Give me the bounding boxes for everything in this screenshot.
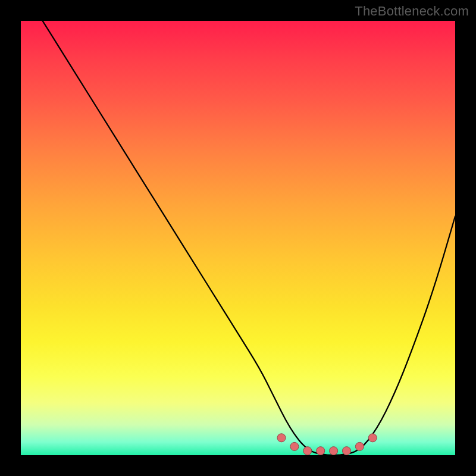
optimal-marker-group	[277, 434, 377, 455]
optimal-marker	[317, 447, 325, 455]
plot-area	[21, 21, 455, 455]
optimal-marker	[355, 442, 364, 450]
optimal-marker	[368, 434, 377, 442]
bottleneck-curve	[43, 21, 456, 455]
watermark-text: TheBottleneck.com	[355, 4, 469, 19]
optimal-marker	[343, 447, 351, 455]
optimal-marker	[290, 442, 299, 450]
optimal-marker	[330, 447, 338, 455]
chart-svg	[21, 21, 455, 455]
chart-frame: TheBottleneck.com	[0, 0, 476, 476]
optimal-marker	[277, 434, 286, 442]
optimal-marker	[303, 447, 312, 455]
